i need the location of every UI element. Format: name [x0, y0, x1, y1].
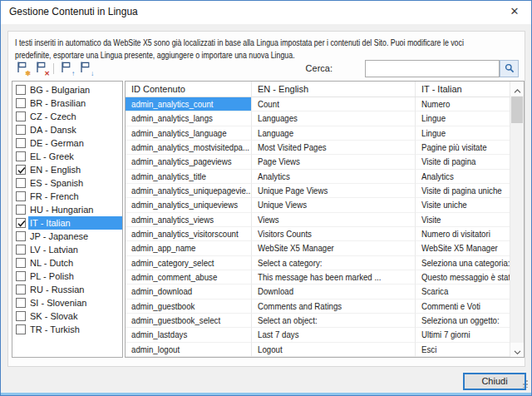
window-bottom-accent	[1, 393, 531, 395]
language-list-item[interactable]: IT - Italian	[12, 216, 122, 230]
language-checkbox[interactable]	[16, 311, 26, 321]
language-list-item[interactable]: LV - Latvian	[12, 243, 122, 256]
cell-en: Logout	[258, 344, 283, 354]
cell-en: Views	[258, 215, 279, 225]
table-row[interactable]: admin_comment_abuse This message has bee…	[126, 270, 510, 285]
cell-en: Select an object:	[258, 315, 318, 325]
language-checkbox[interactable]	[16, 245, 26, 255]
language-list-item[interactable]: EL - Greek	[12, 150, 122, 163]
language-checkbox[interactable]	[16, 231, 26, 241]
cell-id: admin_analytics_uniqueviews	[131, 200, 238, 210]
language-checkbox[interactable]	[16, 218, 26, 228]
language-list-item[interactable]: SI - Slovenian	[12, 296, 122, 309]
resize-grip-icon[interactable]	[521, 376, 529, 391]
language-checkbox[interactable]	[16, 285, 26, 295]
cell-id: admin_analytics_views	[131, 215, 214, 225]
table-row[interactable]: admin_analytics_pageviews Page Views Vis…	[126, 155, 510, 169]
titlebar-close-button[interactable]: ✕	[502, 2, 527, 21]
table-row[interactable]: admin_analytics_uniquepagevie... Unique …	[126, 184, 510, 198]
table-header: ID Contenuto EN - English IT - Italian	[126, 82, 510, 97]
language-label: EL - Greek	[30, 151, 74, 161]
language-list-item[interactable]: DE - German	[12, 136, 122, 150]
table-row[interactable]: admin_guestbook Comments and Ratings Com…	[126, 299, 510, 314]
cell-en: Most Visited Pages	[258, 142, 327, 152]
language-list-item[interactable]: BG - Bulgarian	[12, 83, 122, 97]
language-checkbox[interactable]	[16, 165, 26, 175]
language-label: SK - Slovak	[30, 311, 77, 321]
table-row[interactable]: admin_analytics_visitorscount Visitors C…	[126, 227, 510, 241]
language-list-item[interactable]: BR - Brasilian	[12, 97, 122, 110]
titlebar: Gestione Contenuti in Lingua ✕	[1, 1, 531, 24]
cell-it: Numero	[421, 99, 450, 109]
scrollbar-thumb[interactable]	[511, 97, 523, 123]
language-checkbox[interactable]	[16, 191, 26, 201]
scrollbar-down-button[interactable]	[510, 343, 524, 357]
table-row[interactable]: admin_analytics_langs Languages Lingue	[126, 111, 510, 126]
language-list-item[interactable]: SK - Slovak	[12, 309, 122, 323]
language-checkbox[interactable]	[16, 151, 26, 161]
language-checkbox[interactable]	[16, 85, 26, 95]
arrow-up-icon: ↑	[71, 71, 75, 77]
table-row[interactable]: admin_logout Logout Esci	[126, 343, 510, 357]
table-row[interactable]: admin_analytics_mostvisitedpa... Most Vi…	[126, 141, 510, 155]
language-list-item[interactable]: FR - French	[12, 190, 122, 203]
remove-language-button[interactable]: ✕	[32, 61, 50, 77]
language-checkbox[interactable]	[16, 111, 26, 121]
language-list-item[interactable]: ES - Spanish	[12, 176, 122, 190]
language-list-item[interactable]: RU - Russian	[12, 283, 122, 296]
language-list-item[interactable]: EN - English	[12, 163, 122, 176]
language-label: SI - Slovenian	[30, 298, 86, 308]
language-checkbox[interactable]	[16, 271, 26, 281]
language-list-item[interactable]: CZ - Czech	[12, 110, 122, 123]
cell-id: admin_logout	[131, 344, 180, 354]
language-checkbox[interactable]	[16, 98, 26, 108]
table-scrollbar[interactable]	[510, 82, 524, 357]
language-content-dialog: Gestione Contenuti in Lingua ✕ I testi i…	[0, 0, 532, 396]
language-checkbox[interactable]	[16, 324, 26, 334]
language-list-item[interactable]: HU - Hungarian	[12, 203, 122, 216]
table-row[interactable]: admin_analytics_uniqueviews Unique Views…	[126, 198, 510, 212]
scrollbar-up-button[interactable]	[510, 82, 524, 96]
description-line-1: I testi inseriti in automatico da WebSit…	[15, 37, 464, 49]
cell-id: admin_analytics_uniquepagevie...	[131, 186, 252, 196]
flag-export-icon	[60, 61, 72, 77]
language-checkbox[interactable]	[16, 298, 26, 308]
language-checkbox[interactable]	[16, 205, 26, 215]
table-row[interactable]: admin_analytics_language Language Lingue	[126, 126, 510, 141]
table-row[interactable]: admin_analytics_count Count Numero	[126, 97, 510, 111]
add-language-button[interactable]: ✱	[13, 61, 31, 77]
export-language-button[interactable]: ↑	[57, 61, 75, 77]
table-row[interactable]: admin_guestbook_select Select an object:…	[126, 314, 510, 328]
cell-id: admin_download	[131, 286, 192, 296]
cell-id: admin_analytics_title	[131, 171, 206, 181]
import-language-button[interactable]: ↓	[76, 61, 94, 77]
table-row[interactable]: admin_analytics_views Views Visite	[126, 213, 510, 227]
language-list-item[interactable]: PL - Polish	[12, 270, 122, 283]
cell-it: WebSite X5 Manager	[421, 243, 498, 253]
language-list-item[interactable]: TR - Turkish	[12, 323, 122, 336]
column-header-en[interactable]: EN - English	[252, 82, 416, 97]
search-input[interactable]	[365, 60, 500, 77]
language-checkbox[interactable]	[16, 178, 26, 188]
language-list-item[interactable]: JP - Japanese	[12, 230, 122, 243]
cell-id: admin_analytics_visitorscount	[131, 229, 239, 239]
table-row[interactable]: admin_lastdays Last 7 days Ultimi 7 gior…	[126, 328, 510, 342]
search-button[interactable]	[500, 60, 519, 77]
language-checkbox[interactable]	[16, 138, 26, 148]
language-label: NL - Dutch	[30, 258, 73, 268]
cell-id: admin_comment_abuse	[131, 272, 217, 282]
cell-en: Count	[258, 99, 279, 109]
language-checkbox[interactable]	[16, 125, 26, 135]
table-row[interactable]: admin_app_name WebSite X5 Manager WebSit…	[126, 241, 510, 255]
language-label: HU - Hungarian	[30, 205, 93, 215]
language-list-item[interactable]: DA - Dansk	[12, 123, 122, 136]
column-header-id[interactable]: ID Contenuto	[126, 82, 252, 97]
close-button[interactable]: Chiudi	[463, 373, 526, 390]
table-row[interactable]: admin_analytics_title Analytics Analytic…	[126, 170, 510, 184]
language-checkbox[interactable]	[16, 258, 26, 268]
table-body: admin_analytics_count Count Numero admin…	[126, 97, 510, 357]
table-row[interactable]: admin_download Download Scarica	[126, 285, 510, 299]
table-row[interactable]: admin_category_select Select a category:…	[126, 256, 510, 270]
column-header-it[interactable]: IT - Italian	[416, 82, 510, 97]
language-list-item[interactable]: NL - Dutch	[12, 256, 122, 270]
